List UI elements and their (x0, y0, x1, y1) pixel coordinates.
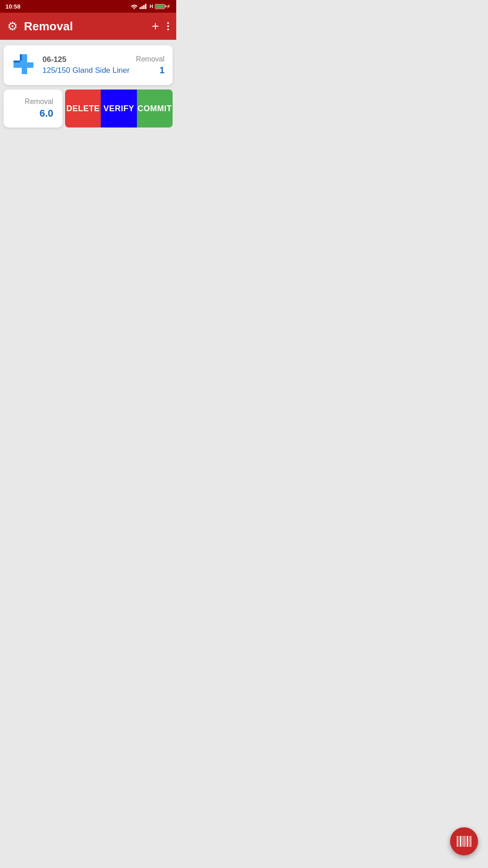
dot1 (167, 22, 169, 24)
network-type: H (150, 4, 153, 9)
item-info: 06-125 125/150 Gland Side Liner (42, 55, 136, 75)
verify-button[interactable]: VERIFY (101, 90, 136, 127)
svg-rect-0 (140, 7, 141, 9)
signal-icon (140, 4, 148, 9)
action-left-card: Removal 6.0 (4, 90, 62, 127)
app-bar: ⚙ Removal + (0, 13, 176, 40)
more-menu-button[interactable] (167, 22, 169, 30)
status-bar: 10:58 H ⚡ (0, 0, 176, 13)
app-bar-actions: + (152, 19, 169, 33)
svg-rect-9 (20, 61, 27, 68)
item-meta: Removal 1 (136, 55, 164, 75)
status-right: H ⚡ (131, 4, 171, 9)
cross-icon (12, 52, 35, 76)
action-buttons: DELETE VERIFY COMMIT (65, 90, 173, 127)
action-label: Removal (13, 98, 53, 106)
add-button[interactable]: + (152, 19, 159, 33)
item-qty: 1 (160, 65, 164, 75)
item-name: 125/150 Gland Side Liner (42, 66, 136, 75)
dot2 (167, 25, 169, 27)
svg-rect-1 (141, 6, 143, 9)
battery-icon: ⚡ (155, 4, 171, 9)
svg-rect-3 (145, 4, 146, 9)
settings-icon[interactable]: ⚙ (7, 19, 18, 33)
content-area: 06-125 125/150 Gland Side Liner Removal … (0, 40, 176, 316)
item-icon (12, 52, 35, 78)
svg-rect-2 (143, 5, 145, 9)
delete-button[interactable]: DELETE (65, 90, 101, 127)
wifi-icon (131, 4, 138, 9)
charging-bolt: ⚡ (166, 4, 171, 9)
item-id: 06-125 (42, 55, 136, 64)
dot3 (167, 28, 169, 30)
action-row: Removal 6.0 DELETE VERIFY COMMIT (4, 90, 173, 127)
status-time: 10:58 (5, 3, 20, 10)
commit-button[interactable]: COMMIT (137, 90, 173, 127)
page-title: Removal (24, 19, 152, 33)
item-type: Removal (136, 55, 164, 63)
item-card[interactable]: 06-125 125/150 Gland Side Liner Removal … (4, 45, 173, 85)
action-value: 6.0 (13, 108, 53, 119)
